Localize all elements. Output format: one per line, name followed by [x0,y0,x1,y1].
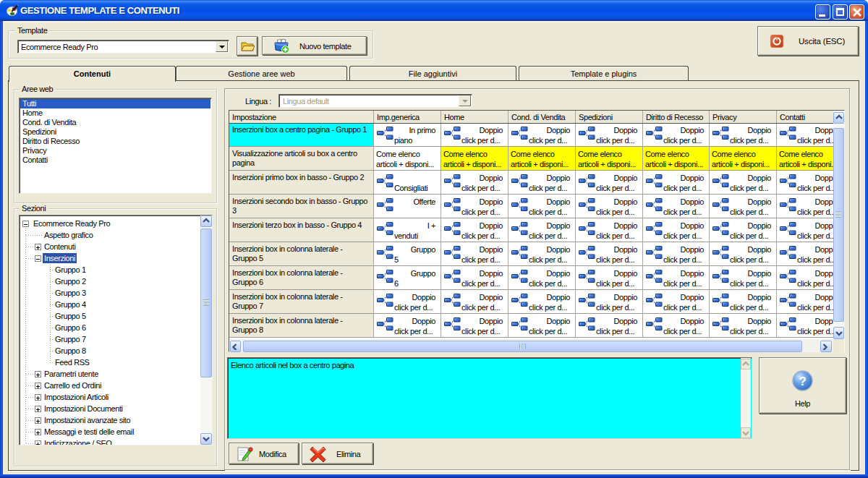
svg-text:?: ? [799,375,807,388]
